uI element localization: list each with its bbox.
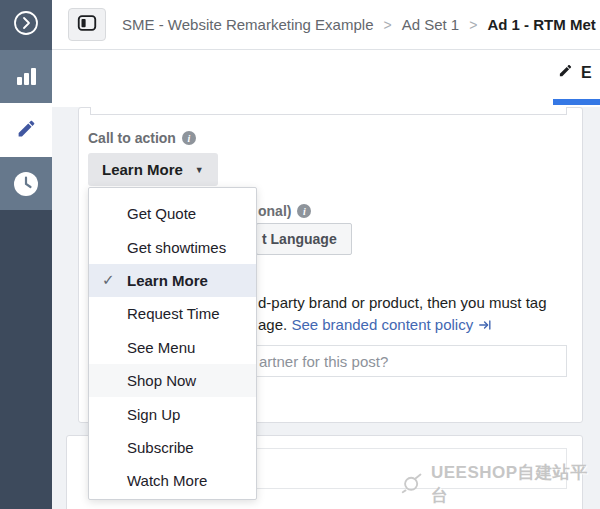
- option-label: Subscribe: [127, 439, 194, 456]
- select-language-button-label: t Language: [262, 231, 337, 247]
- call-to-action-label-text: Call to action: [88, 130, 176, 146]
- dropdown-option-learn-more[interactable]: ✓ Learn More: [89, 264, 256, 297]
- tab-bar: E: [52, 50, 600, 107]
- pencil-icon: [558, 63, 573, 82]
- option-label: Learn More: [127, 272, 208, 289]
- chevron-right-icon: >: [373, 17, 401, 33]
- breadcrumb-campaign[interactable]: SME - Website Remarketing Example: [122, 16, 373, 33]
- breadcrumb: SME - Website Remarketing Example > Ad S…: [122, 16, 596, 33]
- option-label: Request Time: [127, 305, 220, 322]
- watermark: UEESHOP自建站平台: [399, 461, 600, 507]
- panel-toggle-button[interactable]: [68, 8, 106, 41]
- cta-dropdown-menu: Get Quote Get showtimes ✓ Learn More Req…: [88, 187, 257, 500]
- ueeshop-logo-icon: [399, 468, 427, 500]
- branded-content-line2: age. See branded content policy: [258, 314, 568, 338]
- branded-content-policy-link[interactable]: See branded content policy: [291, 316, 473, 333]
- tab-edit[interactable]: E: [558, 63, 592, 82]
- dropdown-option-get-showtimes[interactable]: Get showtimes: [89, 230, 256, 263]
- option-label: Get Quote: [127, 205, 196, 222]
- chevron-right-icon: >: [459, 17, 487, 33]
- bar-chart-icon: [17, 68, 36, 85]
- business-partner-input[interactable]: [254, 345, 567, 377]
- option-label: Watch More: [127, 472, 207, 489]
- external-link-icon: [478, 316, 492, 338]
- breadcrumb-adset[interactable]: Ad Set 1: [402, 16, 460, 33]
- dropdown-option-get-quote[interactable]: Get Quote: [89, 197, 256, 230]
- dropdown-option-see-menu[interactable]: See Menu: [89, 331, 256, 364]
- sidebar-item-analytics[interactable]: [0, 50, 52, 103]
- clock-icon: [13, 171, 39, 197]
- option-label: Get showtimes: [127, 239, 226, 256]
- dropdown-option-subscribe[interactable]: Subscribe: [89, 431, 256, 464]
- dropdown-option-request-time[interactable]: Request Time: [89, 297, 256, 330]
- language-optional-label: onal) i: [258, 203, 311, 219]
- watermark-text: UEESHOP自建站平台: [431, 461, 600, 507]
- sidebar-filler: [0, 210, 52, 509]
- side-panel-icon: [76, 12, 98, 38]
- branded-content-line1: d-party brand or product, then you must …: [258, 292, 568, 314]
- language-label-text: onal): [258, 203, 291, 219]
- chevron-down-icon: ▼: [195, 165, 204, 175]
- cta-selected-value: Learn More: [102, 161, 183, 178]
- option-label: See Menu: [127, 339, 195, 356]
- pencil-icon: [16, 118, 37, 143]
- call-to-action-label: Call to action i: [88, 130, 196, 146]
- select-language-button[interactable]: t Language: [256, 223, 352, 255]
- dropdown-option-sign-up[interactable]: Sign Up: [89, 397, 256, 430]
- option-label: Shop Now: [127, 372, 196, 389]
- branded-content-line2-prefix: age.: [258, 316, 287, 333]
- check-icon: ✓: [102, 271, 115, 289]
- sidebar-item-edit[interactable]: [0, 103, 52, 157]
- dropdown-option-watch-more[interactable]: Watch More: [89, 464, 256, 497]
- info-icon[interactable]: i: [182, 131, 196, 145]
- option-label: Sign Up: [127, 406, 180, 423]
- breadcrumb-bar: SME - Website Remarketing Example > Ad S…: [52, 0, 600, 50]
- ads-manager-window: SME - Website Remarketing Example > Ad S…: [0, 0, 600, 509]
- sidebar-item-history[interactable]: [0, 157, 52, 210]
- circle-arrow-icon: [11, 8, 41, 42]
- branded-content-note: d-party brand or product, then you must …: [258, 292, 568, 338]
- active-tab-underline: [553, 99, 600, 105]
- tab-edit-label: E: [581, 64, 592, 82]
- breadcrumb-ad: Ad 1 - RTM Met: [487, 16, 595, 33]
- expand-nav-button[interactable]: [0, 0, 52, 50]
- call-to-action-dropdown-button[interactable]: Learn More ▼: [88, 153, 218, 186]
- info-icon[interactable]: i: [297, 204, 311, 218]
- dropdown-option-shop-now[interactable]: Shop Now: [89, 364, 256, 397]
